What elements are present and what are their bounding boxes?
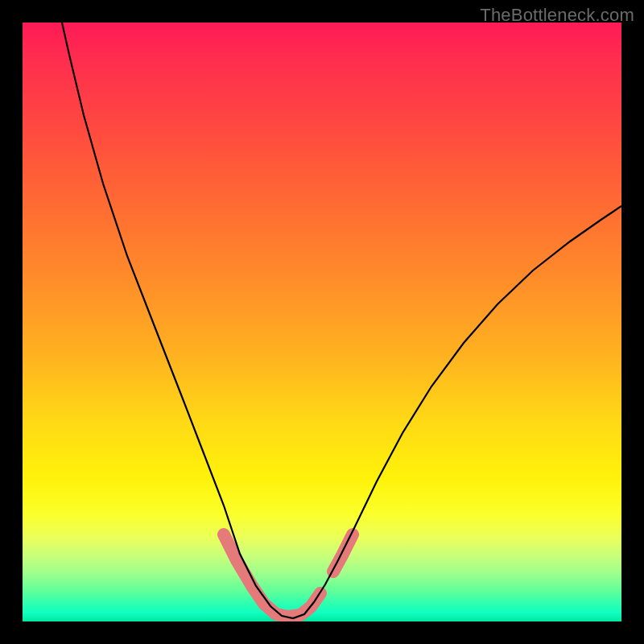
- optimal-region-marker: [224, 535, 353, 617]
- watermark-text: TheBottleneck.com: [480, 5, 634, 26]
- plot-area: [23, 23, 621, 621]
- curve-layer: [23, 23, 621, 621]
- chart-frame: TheBottleneck.com: [0, 0, 644, 644]
- bottleneck-curve: [62, 23, 621, 618]
